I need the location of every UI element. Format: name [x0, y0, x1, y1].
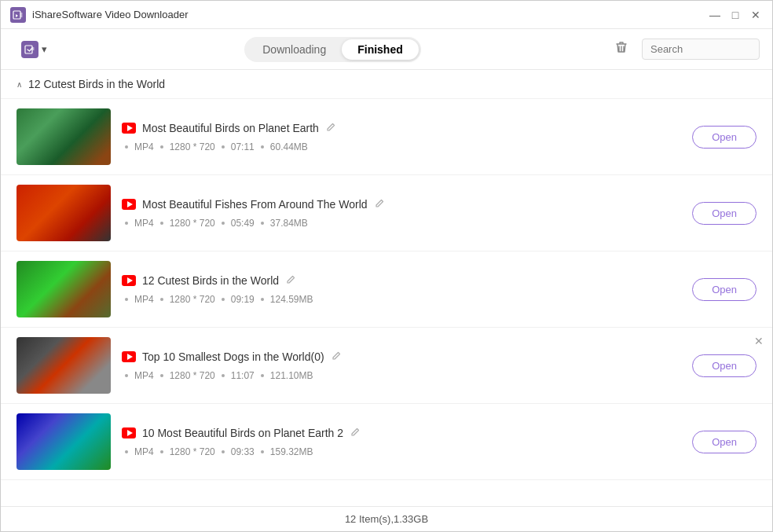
meta-format: MP4: [134, 141, 154, 152]
meta-dot: [160, 298, 163, 301]
meta-dot: [261, 298, 264, 301]
group-title: 12 Cutest Birds in the World: [28, 78, 165, 90]
video-meta: MP4 1280 * 720 07:11 60.44MB: [122, 141, 681, 152]
toolbar: ▾ Downloading Finished: [1, 29, 772, 70]
meta-format: MP4: [134, 370, 154, 381]
video-info: Most Beautiful Birds on Planet Earth MP4…: [122, 122, 681, 152]
content-area: ∧ 12 Cutest Birds in the World Most Beau…: [1, 70, 772, 506]
video-title: 12 Cutest Birds in the World: [142, 274, 279, 287]
open-button[interactable]: Open: [692, 126, 757, 149]
meta-dot: [125, 374, 128, 377]
video-title: Top 10 Smallest Dogs in the World(0): [142, 350, 324, 363]
maximize-button[interactable]: □: [728, 8, 742, 22]
title-bar: iShareSoftware Video Downloader — □ ✕: [1, 1, 772, 29]
tab-toggle: Downloading Finished: [244, 37, 421, 62]
open-button[interactable]: Open: [692, 278, 757, 301]
open-button[interactable]: Open: [692, 354, 757, 377]
minimize-button[interactable]: —: [708, 8, 722, 22]
meta-dot: [261, 374, 264, 377]
open-button[interactable]: Open: [692, 202, 757, 225]
video-list: Most Beautiful Birds on Planet Earth MP4…: [1, 99, 772, 480]
video-item: Most Beautiful Birds on Planet Earth MP4…: [1, 99, 772, 175]
status-text: 12 Item(s),1.33GB: [345, 513, 428, 525]
meta-duration: 11:07: [231, 370, 255, 381]
video-title: Most Beautiful Fishes From Around The Wo…: [142, 198, 368, 211]
meta-dot: [261, 450, 264, 453]
meta-dot: [222, 374, 225, 377]
toolbar-left: ▾: [13, 36, 55, 63]
edit-icon[interactable]: [350, 427, 361, 440]
video-item: 12 Cutest Birds in the World MP4 1280 * …: [1, 251, 772, 328]
toolbar-right: [610, 36, 760, 62]
group-header: ∧ 12 Cutest Birds in the World: [1, 70, 772, 99]
add-download-button[interactable]: ▾: [13, 36, 55, 63]
youtube-icon: [122, 123, 136, 134]
edit-icon[interactable]: [325, 122, 336, 135]
video-title-row: Most Beautiful Fishes From Around The Wo…: [122, 198, 681, 211]
meta-resolution: 1280 * 720: [170, 141, 215, 152]
delete-button[interactable]: [610, 36, 632, 62]
youtube-icon: [122, 351, 136, 362]
meta-duration: 09:33: [231, 446, 255, 457]
video-info: Most Beautiful Fishes From Around The Wo…: [122, 198, 681, 229]
meta-size: 37.84MB: [270, 218, 308, 229]
video-info: Top 10 Smallest Dogs in the World(0) MP4…: [122, 350, 681, 381]
meta-dot: [160, 374, 163, 377]
video-item: Most Beautiful Fishes From Around The Wo…: [1, 175, 772, 251]
meta-duration: 05:49: [231, 218, 255, 229]
meta-dot: [261, 145, 264, 149]
meta-duration: 09:19: [231, 294, 255, 305]
open-button[interactable]: Open: [692, 431, 757, 453]
video-info: 12 Cutest Birds in the World MP4 1280 * …: [122, 274, 681, 305]
video-thumbnail: [16, 413, 111, 470]
meta-dot: [222, 222, 225, 225]
video-title: 10 Most Beautiful Birds on Planet Earth …: [142, 427, 343, 439]
meta-format: MP4: [134, 294, 154, 305]
tab-downloading[interactable]: Downloading: [247, 39, 342, 60]
youtube-icon: [122, 275, 136, 286]
edit-icon[interactable]: [331, 350, 342, 364]
window-controls: — □ ✕: [708, 8, 763, 22]
video-meta: MP4 1280 * 720 09:33 159.32MB: [122, 446, 681, 457]
meta-size: 60.44MB: [270, 141, 308, 152]
meta-dot: [125, 222, 128, 225]
video-title: Most Beautiful Birds on Planet Earth: [142, 122, 319, 134]
meta-size: 124.59MB: [270, 294, 313, 305]
meta-size: 121.10MB: [270, 370, 313, 381]
video-title-row: 12 Cutest Birds in the World: [122, 274, 681, 288]
meta-duration: 07:11: [231, 141, 255, 152]
meta-resolution: 1280 * 720: [170, 370, 215, 381]
meta-format: MP4: [134, 446, 154, 457]
video-item: Top 10 Smallest Dogs in the World(0) MP4…: [1, 328, 772, 404]
meta-format: MP4: [134, 218, 154, 229]
video-thumbnail: [16, 261, 111, 317]
video-meta: MP4 1280 * 720 05:49 37.84MB: [122, 218, 681, 229]
video-info: 10 Most Beautiful Birds on Planet Earth …: [122, 427, 681, 457]
meta-dot: [160, 222, 163, 225]
video-thumbnail: [16, 185, 111, 241]
video-title-row: 10 Most Beautiful Birds on Planet Earth …: [122, 427, 681, 440]
meta-dot: [125, 298, 128, 301]
tab-finished[interactable]: Finished: [342, 39, 419, 60]
app-title: iShareSoftware Video Downloader: [32, 9, 189, 20]
video-item: 10 Most Beautiful Birds on Planet Earth …: [1, 404, 772, 480]
video-meta: MP4 1280 * 720 09:19 124.59MB: [122, 294, 681, 305]
meta-dot: [125, 450, 128, 453]
remove-item-button[interactable]: ✕: [752, 334, 766, 348]
edit-icon[interactable]: [374, 198, 385, 211]
collapse-icon[interactable]: ∧: [16, 80, 22, 89]
video-title-row: Top 10 Smallest Dogs in the World(0): [122, 350, 681, 364]
video-thumbnail: [16, 337, 111, 394]
meta-dot: [261, 222, 264, 225]
meta-dot: [222, 298, 225, 301]
close-button[interactable]: ✕: [749, 8, 763, 22]
edit-icon[interactable]: [285, 274, 296, 288]
meta-resolution: 1280 * 720: [170, 294, 215, 305]
meta-dot: [160, 450, 163, 453]
search-input[interactable]: [642, 39, 760, 60]
app-icon: [10, 7, 26, 23]
add-download-icon: [21, 41, 38, 58]
meta-resolution: 1280 * 720: [170, 446, 215, 457]
meta-dot: [125, 145, 128, 149]
meta-dot: [222, 145, 225, 149]
